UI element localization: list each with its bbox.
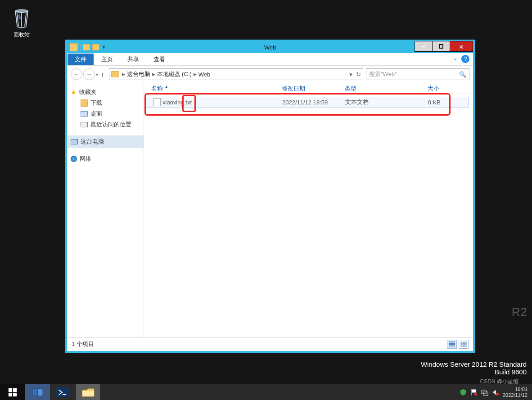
svg-rect-9 — [32, 389, 37, 396]
recycle-bin-label: 回收站 — [9, 31, 34, 39]
content-area: 名称 ▲ 修改日期 类型 大小 xiaoxing.txt 2022/11/12 … — [144, 83, 473, 337]
minimize-button[interactable]: ━ — [415, 41, 433, 52]
action-flag-icon[interactable] — [470, 389, 478, 396]
nav-item-desktop[interactable]: 桌面 — [67, 108, 144, 119]
os-r2-watermark: R2 — [512, 305, 527, 319]
tray-time: 19:01 — [503, 387, 527, 392]
window-title: Web — [67, 44, 473, 51]
col-name[interactable]: 名称 ▲ — [151, 85, 282, 93]
taskbar-explorer[interactable] — [76, 384, 101, 400]
view-details-button[interactable] — [447, 340, 457, 349]
file-tab[interactable]: 文件 — [68, 54, 94, 65]
folder-icon — [70, 43, 78, 51]
svg-rect-8 — [13, 392, 16, 396]
address-bar[interactable]: ▶ 这台电脑 ▶ 本地磁盘 (C:) ▶ Web ▾ ↻ — [109, 68, 364, 80]
tray-date: 2022/11/12 — [503, 392, 527, 398]
svg-rect-10 — [38, 389, 43, 396]
col-size[interactable]: 大小 — [408, 85, 444, 93]
tab-share[interactable]: 共享 — [120, 53, 146, 65]
column-headers[interactable]: 名称 ▲ 修改日期 类型 大小 — [144, 83, 473, 94]
explorer-icon — [82, 387, 95, 397]
folder-icon — [81, 99, 88, 107]
nav-item-recent[interactable]: 最近访问的位置 — [67, 119, 144, 130]
quick-access-toolbar: ▼ — [67, 43, 106, 51]
security-icon[interactable] — [460, 389, 467, 396]
chevron-right-icon[interactable]: ▶ — [121, 72, 126, 76]
recent-icon — [81, 122, 88, 127]
svg-rect-3 — [461, 345, 463, 346]
title-bar[interactable]: ▼ Web ━ ✕ — [67, 41, 473, 53]
search-input[interactable]: 搜索"Web" 🔍 — [366, 68, 469, 80]
nav-item-label: 桌面 — [90, 110, 102, 118]
status-text: 1 个项目 — [72, 340, 94, 348]
refresh-icon[interactable]: ↻ — [356, 71, 361, 78]
svg-rect-6 — [13, 388, 16, 391]
text-file-icon — [153, 98, 161, 106]
breadcrumb-item[interactable]: 本地磁盘 (C:) — [157, 70, 192, 78]
svg-rect-11 — [56, 387, 70, 397]
view-large-icons-button[interactable] — [459, 340, 469, 349]
os-edition: Windows Server 2012 R2 Standard — [421, 360, 527, 368]
up-button[interactable]: ↑ — [99, 71, 106, 78]
close-button[interactable]: ✕ — [450, 41, 473, 52]
star-icon: ★ — [71, 89, 77, 96]
svg-rect-1 — [461, 342, 463, 344]
status-bar: 1 个项目 — [67, 337, 473, 350]
system-tray[interactable]: 19:01 2022/11/12 — [455, 384, 532, 400]
network-icon — [71, 156, 77, 162]
ribbon: 文件 主页 共享 查看 ⌄ ? — [67, 53, 473, 66]
taskbar-server-manager[interactable] — [25, 384, 50, 400]
nav-this-pc[interactable]: 这台电脑 — [67, 135, 144, 148]
file-row[interactable]: xiaoxing.txt 2022/11/12 18:59 文本文档 0 KB — [146, 97, 469, 108]
tray-clock[interactable]: 19:01 2022/11/12 — [503, 387, 527, 398]
details-icon — [449, 342, 455, 347]
col-type[interactable]: 类型 — [345, 85, 408, 93]
help-icon[interactable]: ? — [461, 55, 469, 63]
start-button[interactable] — [0, 384, 25, 400]
explorer-window: ▼ Web ━ ✕ 文件 主页 共享 查看 ⌄ ? ← → ▾ ↑ ▶ 这台电脑 — [65, 40, 475, 353]
properties-icon[interactable] — [83, 44, 90, 50]
chevron-down-icon[interactable]: ▾ — [349, 71, 352, 78]
windows-logo-icon — [8, 387, 18, 397]
svg-rect-12 — [82, 391, 94, 396]
os-build: Build 9600 — [421, 368, 527, 376]
qat-sep — [80, 44, 81, 50]
breadcrumb-item[interactable]: 这台电脑 — [127, 70, 150, 78]
nav-network[interactable]: 网络 — [67, 153, 144, 164]
history-dropdown-icon[interactable]: ▾ — [96, 72, 98, 77]
recycle-bin[interactable]: 回收站 — [9, 7, 34, 39]
server-manager-icon — [32, 387, 44, 397]
recycle-bin-icon — [12, 7, 31, 29]
nav-item-label: 下载 — [90, 99, 102, 107]
col-date[interactable]: 修改日期 — [282, 85, 345, 93]
svg-rect-7 — [8, 392, 12, 396]
network-tray-icon[interactable] — [481, 389, 488, 396]
chevron-right-icon[interactable]: ▶ — [151, 72, 156, 76]
qat-expand-icon[interactable]: ▼ — [102, 45, 106, 49]
file-type: 文本文档 — [345, 98, 408, 106]
computer-icon — [71, 139, 78, 144]
folder-icon — [111, 71, 119, 77]
nav-network-label: 网络 — [80, 155, 91, 163]
desktop-icon — [81, 111, 88, 117]
nav-favorites[interactable]: ★ 收藏夹 — [67, 87, 144, 98]
back-button[interactable]: ← — [71, 68, 82, 80]
new-folder-icon[interactable] — [92, 44, 99, 50]
chevron-right-icon[interactable]: ▶ — [193, 72, 198, 76]
svg-rect-2 — [464, 342, 466, 344]
nav-this-pc-label: 这台电脑 — [81, 138, 104, 146]
tab-home[interactable]: 主页 — [94, 53, 120, 65]
maximize-button[interactable] — [432, 41, 450, 52]
forward-button[interactable]: → — [83, 68, 95, 80]
search-placeholder: 搜索"Web" — [369, 70, 397, 78]
nav-item-label: 最近访问的位置 — [90, 121, 131, 129]
volume-icon[interactable] — [492, 389, 499, 396]
tab-view[interactable]: 查看 — [146, 53, 172, 65]
nav-item-downloads[interactable]: 下载 — [67, 98, 144, 108]
taskbar-powershell[interactable] — [50, 384, 76, 400]
ribbon-collapse-icon[interactable]: ⌄ — [451, 53, 460, 65]
file-name: xiaoxing.txt — [162, 99, 192, 106]
file-size: 0 KB — [408, 99, 443, 106]
breadcrumb-item[interactable]: Web — [198, 71, 211, 78]
nav-favorites-label: 收藏夹 — [79, 88, 97, 96]
